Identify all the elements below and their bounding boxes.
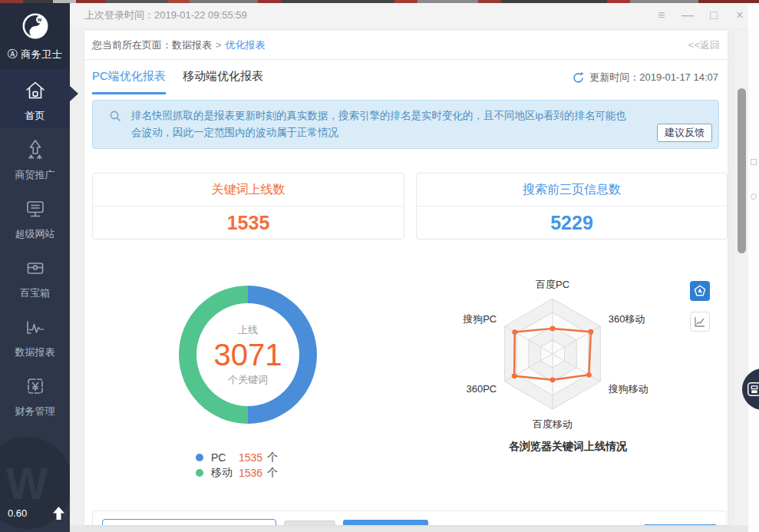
website-icon xyxy=(23,197,48,221)
cutoff-control-fragment xyxy=(643,524,718,525)
window-controls: ≡ — □ × xyxy=(648,3,753,28)
breadcrumb-current[interactable]: 优化报表 xyxy=(226,38,266,52)
breadcrumb-separator: > xyxy=(216,39,222,51)
qr-icon xyxy=(746,381,759,398)
sidebar: w Ⓐ 商务卫士 首页 商贸推广 超级网站 百宝箱 xyxy=(0,3,70,532)
menu-icon[interactable]: ≡ xyxy=(648,8,675,22)
sidebar-item-label: 商贸推广 xyxy=(0,168,70,182)
legend-item-pc[interactable]: PC 1535 个 xyxy=(196,450,278,465)
sidebar-item-reports[interactable]: 数据报表 xyxy=(0,306,70,365)
tab-mobile-report[interactable]: 移动端优化报表 xyxy=(183,69,263,92)
donut-label-bottom: 个关键词 xyxy=(228,373,268,387)
secondary-button-cutoff[interactable] xyxy=(284,520,335,525)
stat-card-keywords-online: 关键词上线数 1535 xyxy=(92,173,404,240)
sidebar-item-label: 数据报表 xyxy=(0,345,70,359)
last-login-text: 上次登录时间：2019-01-22 09:55:59 xyxy=(84,8,247,22)
sidebar-item-finance[interactable]: 财务管理 xyxy=(0,365,70,424)
radar-axis-label: 百度PC xyxy=(536,279,569,290)
toolbox-icon xyxy=(23,256,48,280)
sidebar-item-label: 超级网站 xyxy=(0,227,70,241)
line-chart-icon xyxy=(694,316,706,328)
radar-pentagon-icon xyxy=(694,285,706,297)
keyword-search-input[interactable] xyxy=(102,519,276,525)
line-view-toggle-button[interactable] xyxy=(690,312,710,332)
breadcrumb-prefix: 您当前所在页面： xyxy=(92,38,172,52)
back-link[interactable]: <<返回 xyxy=(688,38,720,52)
finance-icon xyxy=(23,374,48,398)
legend-item-mobile[interactable]: 移动 1536 个 xyxy=(196,465,278,481)
active-item-pointer xyxy=(70,86,78,101)
brand-name: Ⓐ 商务卫士 xyxy=(0,48,70,61)
logo-icon: w xyxy=(19,9,51,43)
minimize-icon[interactable]: — xyxy=(675,8,701,22)
radar-axis-label: 360PC xyxy=(467,383,497,395)
radar-axis-label: 百度移动 xyxy=(533,418,573,430)
legend-name: PC xyxy=(211,451,239,464)
legend-dot xyxy=(196,454,203,461)
app-logo: w Ⓐ 商务卫士 xyxy=(0,3,70,69)
scroll-top-arrow-icon[interactable] xyxy=(52,506,65,520)
window-bottom-edge xyxy=(70,525,759,532)
report-icon xyxy=(23,315,48,339)
version-label: 0.60 xyxy=(8,507,27,519)
radar-axis-label: 360移动 xyxy=(609,313,645,325)
search-icon xyxy=(109,110,122,123)
radar-axis-label: 搜狗移动 xyxy=(608,383,648,395)
stat-title: 关键词上线数 xyxy=(93,173,404,207)
home-icon xyxy=(23,78,48,103)
legend-dot xyxy=(196,469,203,477)
main-panel: 您当前所在页面： 数据报表 > 优化报表 <<返回 PC端优化报表 移动端优化报… xyxy=(84,31,728,525)
titlebar: 上次登录时间：2019-01-22 09:55:59 ≡ — □ × xyxy=(0,3,759,28)
donut-label-top: 上线 xyxy=(238,323,258,337)
tab-pc-report[interactable]: PC端优化报表 xyxy=(92,69,166,94)
update-time-text: 更新时间：2019-01-17 14:07 xyxy=(589,71,718,84)
stat-card-top3-pages: 搜索前三页信息数 5229 xyxy=(416,173,728,240)
background-fragment xyxy=(751,193,757,200)
scrollbar-thumb[interactable] xyxy=(738,88,746,253)
notice-text: 排名快照抓取的是报表更新时刻的真实数据，搜索引擎的排名是实时变化的，且不同地区i… xyxy=(131,110,626,138)
sidebar-item-label: 财务管理 xyxy=(0,405,70,418)
sidebar-item-home[interactable]: 首页 xyxy=(0,69,70,128)
refresh-icon[interactable] xyxy=(572,71,585,84)
sidebar-item-label: 百宝箱 xyxy=(0,286,70,300)
notice-banner: 排名快照抓取的是报表更新时刻的真实数据，搜索引擎的排名是实时变化的，且不同地区i… xyxy=(92,100,719,149)
scrollbar-track[interactable] xyxy=(735,31,748,525)
radar-axis-label: 搜狗PC xyxy=(462,313,497,325)
promotion-icon xyxy=(23,137,48,162)
feedback-button[interactable]: 建议反馈 xyxy=(657,124,712,142)
sidebar-item-label: 首页 xyxy=(0,109,70,123)
legend-value: 1536 xyxy=(239,467,262,479)
sidebar-item-promotion[interactable]: 商贸推广 xyxy=(0,128,70,187)
maximize-icon[interactable]: □ xyxy=(701,8,727,22)
donut-chart: 上线 3071 个关键词 xyxy=(179,286,317,424)
breadcrumb-parent: 数据报表 xyxy=(172,38,212,52)
legend-name: 移动 xyxy=(211,466,239,480)
radar-view-toggle-button[interactable] xyxy=(690,281,710,301)
breadcrumb: 您当前所在页面： 数据报表 > 优化报表 <<返回 xyxy=(84,31,728,60)
svg-text:w: w xyxy=(37,17,42,22)
stat-value: 1535 xyxy=(93,207,404,240)
radar-caption: 各浏览器关键词上线情况 xyxy=(453,440,683,454)
radar-chart: 百度PC360移动搜狗移动百度移动360PC搜狗PC xyxy=(430,268,675,440)
legend-unit: 个 xyxy=(267,451,278,464)
donut-center: 上线 3071 个关键词 xyxy=(196,303,299,406)
update-time-row: 更新时间：2019-01-17 14:07 xyxy=(572,71,718,84)
background-right-strip xyxy=(748,3,759,532)
legend-unit: 个 xyxy=(267,466,278,480)
legend-value: 1535 xyxy=(239,451,262,464)
sidebar-item-website[interactable]: 超级网站 xyxy=(0,187,70,246)
donut-legend: PC 1535 个 移动 1536 个 xyxy=(196,450,278,481)
background-fragment xyxy=(751,159,757,165)
primary-button-cutoff[interactable] xyxy=(343,520,428,525)
donut-total-value: 3071 xyxy=(214,338,282,372)
sidebar-item-toolbox[interactable]: 百宝箱 xyxy=(0,246,70,306)
stat-title: 搜索前三页信息数 xyxy=(417,173,727,207)
stat-value: 5229 xyxy=(417,207,727,240)
